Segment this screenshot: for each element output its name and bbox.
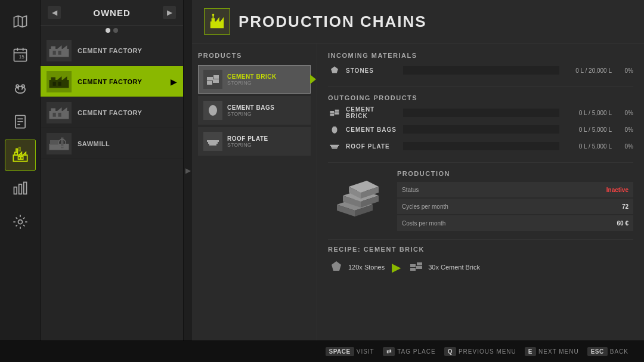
svg-rect-25 — [18, 184, 21, 194]
production-chains-icon — [204, 8, 230, 35]
svg-rect-26 — [23, 182, 26, 194]
sidebar-scroll-indicator[interactable]: ▶ — [184, 0, 192, 341]
sidebar-item-settings[interactable] — [5, 206, 36, 237]
stones-pct: 0% — [617, 67, 633, 74]
cement-bags-label: CEMENT BAGS — [346, 126, 398, 133]
icon-bar: 15 — [0, 0, 41, 341]
svg-point-27 — [18, 220, 22, 224]
sidebar: ◀ OWNED ▶ CEMENT FACTORY CEMENT FACTORY — [41, 0, 184, 341]
svg-rect-89 — [417, 262, 422, 265]
brick-pct: 0% — [617, 110, 633, 116]
space-key[interactable]: SPACE — [326, 347, 354, 356]
product-item-roof-plate[interactable]: ROOF PLATE STORING — [198, 127, 311, 156]
products-title: PRODUCTS — [198, 52, 311, 59]
sidebar-next-button[interactable]: ▶ — [163, 6, 176, 19]
production-key-cycles: Cycles per month — [402, 203, 622, 210]
svg-point-9 — [21, 85, 24, 88]
production-info: PRODUCTION Status Inactive Cycles per mo… — [397, 170, 633, 232]
production-key-costs: Costs per month — [402, 220, 617, 227]
outgoing-title: OUTGOING PRODUCTS — [328, 94, 633, 101]
roof-pct: 0% — [617, 143, 633, 150]
factory-thumb-icon — [47, 40, 72, 61]
svg-rect-60 — [207, 81, 212, 85]
sidebar-item-chart[interactable] — [5, 173, 36, 204]
esc-key[interactable]: ESC — [587, 347, 608, 356]
sidebar-item-cement-2[interactable]: CEMENT FACTORY ▶ — [41, 66, 183, 97]
svg-marker-30 — [57, 45, 62, 49]
roof-bar — [403, 142, 560, 150]
svg-rect-29 — [51, 46, 56, 49]
incoming-row-stones: STONES 0 L / 20,000 L 0% — [328, 64, 633, 77]
svg-rect-39 — [58, 82, 61, 86]
product-item-cement-brick[interactable]: CEMENT BRICK STORING — [198, 65, 311, 94]
outgoing-bags-icon — [328, 123, 341, 136]
sidebar-dot-1 — [106, 28, 110, 33]
product-status-1: STORING — [227, 80, 277, 86]
sidebar-arrow-icon: ▶ — [171, 77, 177, 86]
production-row-status: Status Inactive — [397, 182, 633, 197]
e-key[interactable]: E — [525, 347, 536, 356]
svg-marker-31 — [63, 45, 67, 49]
svg-rect-75 — [330, 145, 339, 146]
svg-rect-69 — [330, 111, 335, 113]
sidebar-item-calendar[interactable]: 15 — [5, 39, 36, 70]
incoming-title: INCOMING MATERIALS — [328, 52, 633, 59]
recipe-output: 30x Cement Brick — [408, 259, 480, 276]
sidebar-item-label-1: CEMENT FACTORY — [78, 47, 142, 54]
recipe-brick-icon — [408, 259, 425, 276]
product-item-text-3: ROOF PLATE STORING — [227, 135, 268, 148]
recipe-input-text: 120x Stones — [348, 264, 385, 271]
bottom-bar: SPACE VISIT ⇄ TAG PLACE Q PREVIOUS MENU … — [0, 341, 644, 362]
bags-amount: 0 L / 5,000 L — [564, 126, 612, 133]
svg-point-57 — [212, 14, 215, 16]
svg-rect-41 — [51, 108, 56, 112]
q-key[interactable]: Q — [444, 347, 456, 356]
sidebar-prev-button[interactable]: ◀ — [48, 6, 61, 19]
svg-rect-47 — [50, 140, 59, 145]
svg-rect-61 — [213, 79, 219, 83]
product-status-3: STORING — [227, 142, 268, 148]
product-name-3: ROOF PLATE — [227, 135, 268, 142]
swap-key[interactable]: ⇄ — [383, 347, 395, 356]
production-row-cycles: Cycles per month 72 — [397, 199, 633, 214]
next-menu-label: NEXT MENU — [538, 348, 579, 355]
sidebar-item-label-3: CEMENT FACTORY — [78, 109, 142, 116]
visit-label: VISIT — [357, 348, 374, 355]
sidebar-item-factory[interactable] — [5, 140, 36, 171]
svg-rect-32 — [53, 51, 56, 55]
svg-point-73 — [332, 126, 338, 134]
svg-rect-45 — [58, 113, 61, 117]
production-section: PRODUCTION Status Inactive Cycles per mo… — [328, 170, 633, 232]
svg-point-62 — [209, 105, 217, 116]
product-item-text-1: CEMENT BRICK STORING — [227, 73, 277, 86]
production-val-cycles: 72 — [622, 203, 628, 210]
sidebar-item-documents[interactable] — [5, 106, 36, 137]
svg-rect-67 — [209, 144, 216, 146]
svg-marker-53 — [221, 17, 224, 22]
sidebar-item-animals[interactable] — [5, 73, 36, 104]
product-item-cement-bags[interactable]: CEMENT BAGS STORING — [198, 96, 311, 125]
svg-line-10 — [17, 88, 18, 90]
production-visual — [328, 170, 388, 224]
bags-bar — [403, 125, 560, 134]
svg-rect-21 — [21, 156, 23, 159]
sidebar-item-map[interactable] — [5, 6, 36, 37]
product-name-1: CEMENT BRICK — [227, 73, 277, 80]
production-key-status: Status — [402, 187, 606, 193]
roof-amount: 0 L / 5,000 L — [564, 143, 612, 150]
recipe-arrow-icon: ▶ — [392, 260, 401, 274]
sidebar-item-cement-1[interactable]: CEMENT FACTORY — [41, 35, 183, 66]
stones-bar — [403, 66, 560, 75]
svg-rect-20 — [18, 156, 20, 159]
back-label: BACK — [610, 348, 628, 355]
outgoing-row-bags: CEMENT BAGS 0 L / 5,000 L 0% — [328, 123, 633, 136]
sidebar-item-cement-3[interactable]: CEMENT FACTORY — [41, 97, 183, 128]
svg-rect-54 — [213, 23, 215, 27]
svg-marker-19 — [23, 152, 26, 155]
page-title: PRODUCTION CHAINS — [239, 13, 427, 31]
sidebar-title: OWNED — [93, 8, 131, 18]
svg-marker-52 — [216, 17, 219, 22]
sidebar-item-sawmill[interactable]: SAWMILL — [41, 128, 183, 159]
product-list: CEMENT BRICK STORING CEMENT BAGS STORING — [198, 65, 311, 156]
previous-menu-label: PREVIOUS MENU — [459, 348, 516, 355]
